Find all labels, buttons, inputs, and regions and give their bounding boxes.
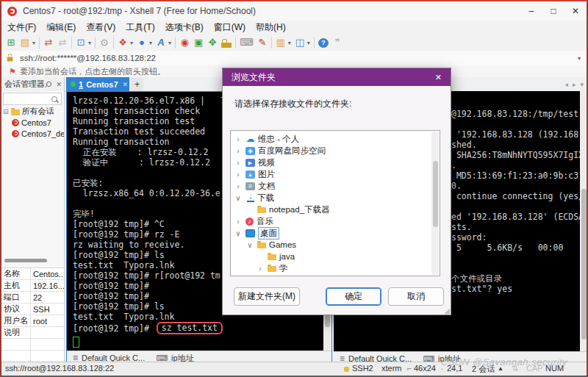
tab-label: Centos7 bbox=[86, 80, 118, 89]
lock-icon[interactable] bbox=[221, 43, 232, 48]
chevron-down-icon[interactable]: ▾ bbox=[149, 40, 152, 46]
maximize-button[interactable]: □ bbox=[542, 1, 564, 21]
tree-item-pictures[interactable]: › ▲ 图片 bbox=[231, 168, 440, 180]
close-button[interactable]: ✕ bbox=[564, 1, 587, 21]
terminal-cursor bbox=[73, 337, 79, 348]
tree-item-xue[interactable]: › 学 bbox=[231, 262, 440, 274]
menu-view[interactable]: 查看(V) bbox=[86, 21, 115, 34]
menu-tools[interactable]: 工具(T) bbox=[126, 21, 154, 34]
menu-file[interactable]: 文件(F) bbox=[7, 21, 36, 34]
session-search[interactable] bbox=[3, 93, 62, 105]
find-icon[interactable]: ⊙ bbox=[99, 36, 110, 49]
chevron-down-icon[interactable]: ∨ bbox=[245, 241, 254, 249]
tree-item-onedrive[interactable]: › ☁ 维忠 - 个人 bbox=[231, 133, 440, 145]
toolbar-separator bbox=[235, 37, 236, 49]
prop-value: 192.16... bbox=[31, 281, 64, 290]
tree-item-all-sessions[interactable]: ⊟ 所有会话 bbox=[1, 106, 64, 117]
feedback-icon[interactable]: ❞ bbox=[332, 36, 343, 49]
flag-icon: ⚑ bbox=[9, 67, 16, 76]
color-scheme-icon[interactable]: ❖ bbox=[118, 36, 128, 49]
tab-close-icon[interactable]: ✕ bbox=[123, 81, 129, 88]
annotate-pen-icon[interactable]: ✎ bbox=[257, 36, 268, 49]
cancel-button[interactable]: 取消 bbox=[388, 287, 444, 306]
tree-item-baidu[interactable]: › ◈ 百度网盘同步空间 bbox=[231, 145, 440, 157]
encoding-globe-icon[interactable]: ● bbox=[137, 36, 147, 49]
tree-item-centos7[interactable]: Centos7 bbox=[1, 117, 64, 128]
chevron-down-icon[interactable]: ▾ bbox=[288, 40, 291, 46]
reconnect-icon[interactable]: ⇄ bbox=[43, 36, 54, 49]
tree-item-games[interactable]: ∨ Games bbox=[231, 239, 440, 251]
tab-scroll-right-icon[interactable]: ▸ bbox=[573, 81, 576, 88]
menu-window[interactable]: 窗口(W) bbox=[214, 21, 245, 34]
help-icon[interactable]: ? bbox=[318, 38, 329, 48]
close-panel-icon[interactable]: ✕ bbox=[56, 81, 62, 88]
transfer-folder-icon[interactable]: ▥ bbox=[276, 36, 286, 49]
dialog-prompt: 请选择保存接收文件的文件夹: bbox=[234, 98, 351, 110]
session-properties-icon[interactable]: ⊡ bbox=[76, 36, 86, 49]
chevron-down-icon[interactable]: ▾ bbox=[168, 40, 171, 46]
chevron-right-icon[interactable]: › bbox=[234, 218, 243, 226]
tree-item-documents[interactable]: › ≡ 文档 bbox=[231, 180, 440, 192]
tree-item-music[interactable]: › ♪ 音乐 bbox=[231, 215, 440, 227]
layout-icon[interactable]: ◫ bbox=[295, 36, 305, 49]
dialog-title-bar[interactable]: 浏览文件夹 ✕ bbox=[223, 68, 451, 86]
search-input[interactable] bbox=[4, 94, 51, 104]
font-icon[interactable]: A bbox=[156, 36, 166, 49]
tab-scroll-left-icon[interactable]: ◂ bbox=[564, 81, 568, 88]
tree-item-videos[interactable]: › ▶ 视频 bbox=[231, 157, 440, 168]
resize-grip[interactable]: ◢ bbox=[444, 306, 450, 315]
tree-item-desktop[interactable]: ∨ 桌面 bbox=[231, 227, 440, 239]
terminal-scrollbar[interactable] bbox=[580, 91, 588, 352]
new-session-icon[interactable]: ⊞ bbox=[6, 36, 16, 49]
keyboard-icon[interactable]: ⌨ bbox=[240, 36, 254, 49]
folder-tree: › ☁ 维忠 - 个人 › ◈ 百度网盘同步空间 › ▶ 视频 › ▲ 图片 › bbox=[230, 130, 440, 276]
chevron-down-icon[interactable]: ∨ bbox=[234, 194, 243, 202]
pin-icon[interactable] bbox=[46, 81, 53, 88]
horizontal-scrollbar[interactable] bbox=[4, 259, 47, 262]
collapse-icon[interactable]: ⊟ bbox=[3, 108, 9, 115]
xshell-icon[interactable]: ◉ bbox=[179, 36, 190, 49]
menu-edit[interactable]: 编辑(E) bbox=[46, 21, 76, 34]
minimize-button[interactable]: – bbox=[520, 1, 542, 21]
scrollbar-thumb[interactable] bbox=[433, 161, 438, 227]
new-folder-button[interactable]: 新建文件夹(M) bbox=[234, 287, 300, 306]
scrollbar-thumb[interactable] bbox=[581, 189, 587, 340]
folder-label: 图片 bbox=[258, 169, 275, 180]
ok-button[interactable]: 确定 bbox=[326, 287, 381, 306]
downloads-icon: ↓ bbox=[247, 193, 254, 202]
tree-item-centos7-de[interactable]: Centos7_de bbox=[1, 128, 64, 139]
chevron-right-icon[interactable]: › bbox=[234, 170, 243, 179]
fullscreen-icon[interactable]: ✥ bbox=[207, 36, 218, 49]
open-icon[interactable]: ▤ bbox=[20, 36, 30, 49]
xftp-icon[interactable]: ▣ bbox=[193, 36, 204, 49]
folder-label: 文档 bbox=[258, 181, 275, 192]
chevron-down-icon[interactable]: ▾ bbox=[307, 40, 310, 46]
tree-item-java[interactable]: java bbox=[231, 251, 440, 262]
folder-icon bbox=[268, 254, 276, 260]
chevron-right-icon[interactable]: › bbox=[234, 135, 243, 143]
menu-help[interactable]: 帮助(H) bbox=[256, 21, 286, 34]
chevron-down-icon[interactable]: ▾ bbox=[578, 55, 581, 62]
tree-item-downloads[interactable]: ∨ ↓ 下载 bbox=[231, 192, 440, 204]
search-icon bbox=[51, 96, 57, 102]
disconnect-icon[interactable]: ⇄ bbox=[57, 36, 68, 49]
chevron-right-icon[interactable]: › bbox=[234, 182, 243, 190]
annotated-command: sz test.txt bbox=[157, 322, 223, 334]
chevron-down-icon[interactable]: ▾ bbox=[32, 40, 35, 46]
folder-icon bbox=[11, 109, 20, 115]
chevron-right-icon[interactable]: › bbox=[234, 159, 243, 167]
menu-tab[interactable]: 选项卡(B) bbox=[165, 21, 204, 34]
status-terminal-type: xterm bbox=[381, 364, 402, 373]
chevron-down-icon[interactable]: ▾ bbox=[130, 40, 133, 46]
dialog-close-icon[interactable]: ✕ bbox=[435, 73, 442, 82]
chevron-down-icon[interactable]: ▾ bbox=[88, 40, 91, 46]
tree-scrollbar[interactable] bbox=[431, 132, 439, 275]
address-input[interactable] bbox=[18, 53, 536, 63]
tab-centos7[interactable]: 1 Centos7 ✕ bbox=[66, 77, 129, 91]
tab-list-icon[interactable]: ▾ bbox=[580, 81, 584, 88]
tree-item-notepad-downloader[interactable]: notepad_下载器 bbox=[231, 204, 440, 215]
chevron-down-icon[interactable]: ∨ bbox=[234, 229, 243, 237]
chevron-right-icon[interactable]: › bbox=[234, 147, 243, 155]
new-tab-button[interactable]: + bbox=[131, 78, 143, 91]
chevron-right-icon[interactable]: › bbox=[256, 265, 265, 273]
